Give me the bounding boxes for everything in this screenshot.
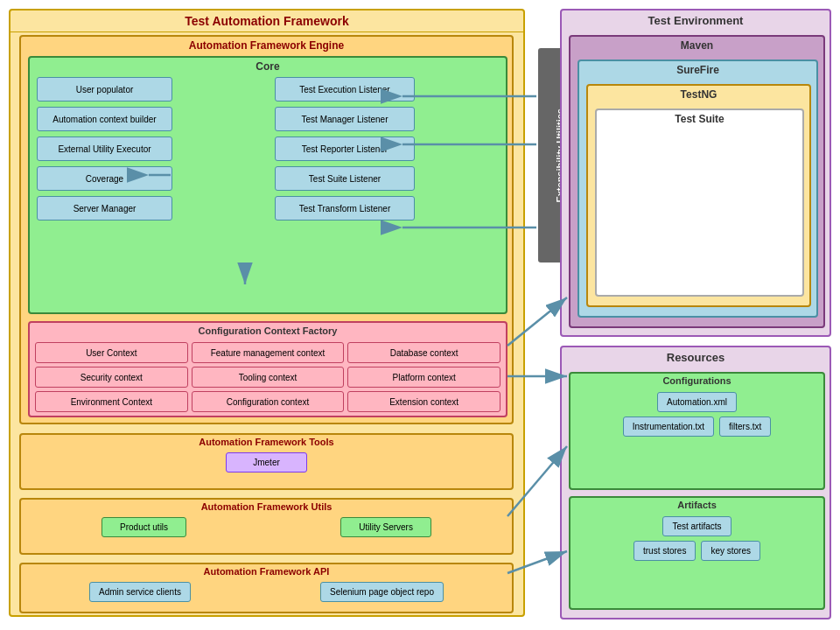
- utils-inner: Product utils Utility Servers: [21, 514, 512, 541]
- core-box: Core User populator Automation context b…: [28, 56, 508, 314]
- filters-txt-button: filters.txt: [719, 416, 771, 437]
- core-server-manager: Server Manager: [37, 196, 172, 220]
- taf-title: Test Automation Framework: [10, 10, 523, 32]
- ccf-feature-management-context: Feature management context: [192, 342, 345, 363]
- jmeter-button: Jmeter: [226, 452, 307, 472]
- utils-title: Automation Framework Utils: [21, 500, 512, 514]
- config-box: Configurations Automation.xml Instrument…: [569, 372, 825, 490]
- taf-outer-box: Test Automation Framework Automation Fra…: [9, 9, 525, 617]
- resources-outer-box: Resources Configurations Automation.xml …: [560, 346, 831, 620]
- artifacts-grid: Test artifacts trust stores key stores: [570, 512, 823, 565]
- product-utils-button: Product utils: [102, 517, 186, 537]
- core-test-reporter-listener: Test Reporter Listener: [275, 136, 415, 161]
- core-coverage: Coverage: [37, 166, 172, 191]
- core-automation-context-builder: Automation context builder: [37, 107, 172, 131]
- testsuite-box: Test Suite: [595, 108, 804, 297]
- artifacts-box: Artifacts Test artifacts trust stores ke…: [569, 496, 825, 610]
- ccf-tooling-context: Tooling context: [192, 367, 345, 388]
- ccf-box: Configuration Context Factory User Conte…: [28, 321, 508, 417]
- test-artifacts-button: Test artifacts: [662, 516, 731, 536]
- ccf-title: Configuration Context Factory: [30, 323, 506, 339]
- tools-title: Automation Framework Tools: [21, 435, 512, 449]
- ccf-platform-context: Platform context: [347, 367, 500, 388]
- tools-inner: Jmeter: [21, 449, 512, 476]
- ccf-configuration-context: Configuration context: [192, 391, 345, 412]
- tools-box: Automation Framework Tools Jmeter: [19, 433, 514, 490]
- core-left-column: User populator Automation context builde…: [37, 77, 172, 226]
- config-grid: Automation.xml Instrumentation.txt filte…: [570, 388, 823, 441]
- key-stores-button: key stores: [701, 541, 760, 561]
- ccf-extension-context: Extension context: [347, 391, 500, 412]
- config-title: Configurations: [570, 374, 823, 388]
- ccf-database-context: Database context: [347, 342, 500, 363]
- core-user-populator: User populator: [37, 77, 172, 102]
- te-title: Test Environment: [562, 10, 830, 31]
- ccf-environment-context: Environment Context: [35, 391, 188, 412]
- te-outer-box: Test Environment Maven SureFire TestNG T…: [560, 9, 831, 337]
- automation-xml-button: Automation.xml: [657, 392, 737, 412]
- artifacts-title: Artifacts: [570, 498, 823, 512]
- testng-title: TestNG: [588, 86, 809, 103]
- api-box: Automation Framework API Admin service c…: [19, 563, 514, 613]
- core-test-execution-listener: Test Execution Listener: [275, 77, 415, 102]
- resources-title: Resources: [562, 347, 830, 368]
- ccf-grid: User Context Feature management context …: [30, 339, 506, 416]
- artifacts-row-1: Test artifacts: [662, 516, 731, 536]
- config-row-1: Automation.xml: [657, 392, 737, 412]
- artifacts-row-2: trust stores key stores: [634, 541, 760, 561]
- core-right-column: Test Execution Listener Test Manager Lis…: [275, 77, 415, 226]
- testng-box: TestNG Test Suite: [586, 84, 811, 307]
- trust-stores-button: trust stores: [634, 541, 696, 561]
- admin-service-clients-button: Admin service clients: [89, 582, 191, 602]
- core-test-transform-listener: Test Transform Listener: [275, 196, 415, 220]
- core-test-suite-listener: Test Suite Listener: [275, 166, 415, 191]
- testsuite-title: Test Suite: [597, 110, 802, 128]
- maven-title: Maven: [570, 37, 823, 54]
- core-test-manager-listener: Test Manager Listener: [275, 107, 415, 131]
- selenium-page-object-repo-button: Selenium page object repo: [320, 582, 444, 602]
- ccf-user-context: User Context: [35, 342, 188, 363]
- config-row-2: Instrumentation.txt filters.txt: [623, 416, 772, 437]
- core-title: Core: [30, 58, 506, 75]
- api-title: Automation Framework API: [21, 564, 512, 578]
- instrumentation-txt-button: Instrumentation.txt: [623, 416, 714, 437]
- api-inner: Admin service clients Selenium page obje…: [21, 578, 512, 606]
- utility-servers-button: Utility Servers: [340, 517, 431, 537]
- maven-box: Maven SureFire TestNG Test Suite: [569, 35, 825, 328]
- diagram-container: Test Automation Framework Automation Fra…: [0, 0, 840, 630]
- afe-box: Automation Framework Engine Core User po…: [19, 35, 514, 424]
- surefire-box: SureFire TestNG Test Suite: [578, 60, 818, 318]
- ccf-security-context: Security context: [35, 367, 188, 388]
- core-external-utility-executor: External Utility Executor: [37, 136, 172, 161]
- utils-box: Automation Framework Utils Product utils…: [19, 498, 514, 555]
- afe-title: Automation Framework Engine: [21, 37, 512, 54]
- surefire-title: SureFire: [579, 61, 816, 79]
